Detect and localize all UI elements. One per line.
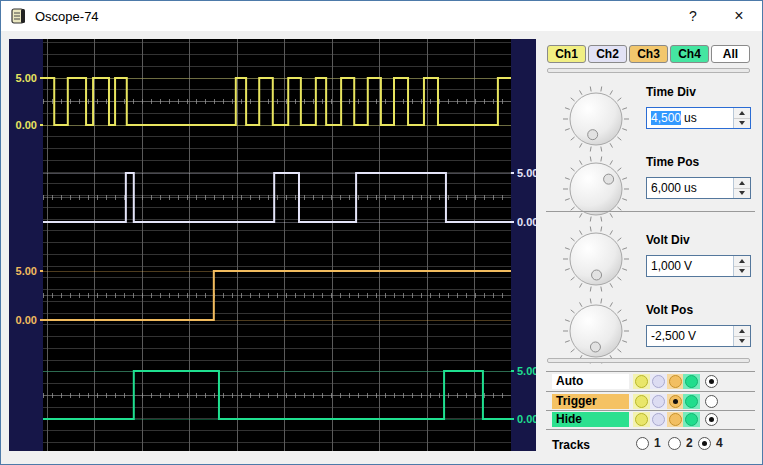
- app-window: Oscope-74 ? × 5.000.005.000.005.000.005.…: [0, 0, 763, 465]
- spinner-arrows: [733, 256, 750, 276]
- hide-none-radio[interactable]: [703, 412, 720, 427]
- spinner-arrows: [733, 326, 750, 346]
- channel-button-row: Ch1 Ch2 Ch3 Ch4 All: [547, 45, 750, 63]
- auto-none-radio[interactable]: [703, 374, 720, 389]
- volt-div-label: Volt Div: [646, 233, 690, 247]
- time-pos-label: Time Pos: [646, 155, 699, 169]
- separator: [546, 429, 755, 430]
- channel-button-ch3[interactable]: Ch3: [629, 45, 668, 63]
- window-title: Oscope-74: [35, 9, 99, 24]
- svg-text:0.00: 0.00: [517, 413, 536, 425]
- hide-ch2-radio[interactable]: [650, 412, 667, 427]
- volt-div-spinbox[interactable]: 1,000 V: [646, 255, 751, 277]
- time-pos-spinbox[interactable]: 6,000 us: [646, 177, 751, 199]
- trigger-radio-row: [546, 394, 755, 409]
- tracks-radio-row: 124: [546, 436, 755, 454]
- auto-ch3-radio[interactable]: [667, 374, 684, 389]
- volt-div-knob[interactable]: [558, 221, 634, 297]
- hide-ch4-radio[interactable]: [683, 412, 700, 427]
- close-button[interactable]: ×: [716, 1, 762, 31]
- time-div-label: Time Div: [646, 85, 696, 99]
- spinner-arrows: [733, 178, 750, 198]
- time-pos-knob[interactable]: [558, 151, 634, 227]
- spin-down-icon[interactable]: [734, 189, 750, 199]
- time-div-value: 4,500: [651, 111, 681, 125]
- time-div-unit: us: [684, 111, 697, 125]
- volt-div-unit: V: [684, 259, 692, 273]
- time-div-spinbox[interactable]: 4,500 us: [646, 107, 751, 129]
- control-panel: Ch1 Ch2 Ch3 Ch4 All Time Div 4,500 us Ti…: [546, 41, 755, 461]
- channel-button-ch4[interactable]: Ch4: [670, 45, 709, 63]
- volt-div-value: 1,000: [651, 259, 681, 273]
- separator: [546, 391, 755, 392]
- tracks-option-1[interactable]: 1: [636, 436, 661, 450]
- auto-ch2-radio[interactable]: [650, 374, 667, 389]
- tracks-option-4[interactable]: 4: [698, 436, 723, 450]
- hide-radio-row: [546, 412, 755, 427]
- separator-groove: [547, 68, 750, 73]
- spin-up-icon[interactable]: [734, 326, 750, 337]
- trigger-ch3-radio[interactable]: [667, 394, 684, 409]
- volt-pos-unit: V: [688, 329, 696, 343]
- spin-up-icon[interactable]: [734, 108, 750, 119]
- trigger-ch1-radio[interactable]: [633, 394, 650, 409]
- svg-text:5.00: 5.00: [517, 365, 536, 377]
- time-pos-unit: us: [684, 181, 697, 195]
- trigger-none-radio[interactable]: [703, 394, 720, 409]
- separator: [546, 371, 755, 372]
- trigger-ch2-radio[interactable]: [650, 394, 667, 409]
- channel-button-all[interactable]: All: [711, 45, 750, 63]
- spin-down-icon[interactable]: [734, 119, 750, 129]
- time-pos-value: 6,000: [651, 181, 681, 195]
- separator-groove: [547, 358, 750, 363]
- auto-ch4-radio[interactable]: [683, 374, 700, 389]
- volt-pos-spinbox[interactable]: -2,500 V: [646, 325, 751, 347]
- tracks-option-2[interactable]: 2: [668, 436, 693, 450]
- volt-pos-value: -2,500: [651, 329, 685, 343]
- svg-text:5.00: 5.00: [16, 265, 37, 277]
- spin-down-icon[interactable]: [734, 337, 750, 347]
- titlebar: Oscope-74 ? ×: [1, 1, 762, 31]
- spinner-arrows: [733, 108, 750, 128]
- help-button[interactable]: ?: [670, 1, 716, 31]
- app-icon: [11, 8, 27, 24]
- channel-button-ch1[interactable]: Ch1: [547, 45, 586, 63]
- hide-ch3-radio[interactable]: [667, 412, 684, 427]
- svg-text:5.00: 5.00: [517, 167, 536, 179]
- channel-button-ch2[interactable]: Ch2: [588, 45, 627, 63]
- spin-up-icon[interactable]: [734, 256, 750, 267]
- hide-ch1-radio[interactable]: [633, 412, 650, 427]
- volt-pos-label: Volt Pos: [646, 303, 693, 317]
- separator: [546, 211, 755, 212]
- auto-ch1-radio[interactable]: [633, 374, 650, 389]
- trigger-ch4-radio[interactable]: [683, 394, 700, 409]
- time-div-knob[interactable]: [558, 81, 634, 157]
- auto-radio-row: [546, 374, 755, 389]
- oscilloscope-display: 5.000.005.000.005.000.005.000.00: [9, 39, 536, 451]
- svg-text:0.00: 0.00: [16, 119, 37, 131]
- spin-down-icon[interactable]: [734, 267, 750, 277]
- svg-text:0.00: 0.00: [517, 216, 536, 228]
- spin-up-icon[interactable]: [734, 178, 750, 189]
- separator: [546, 410, 755, 411]
- svg-text:0.00: 0.00: [16, 314, 37, 326]
- svg-text:5.00: 5.00: [16, 72, 37, 84]
